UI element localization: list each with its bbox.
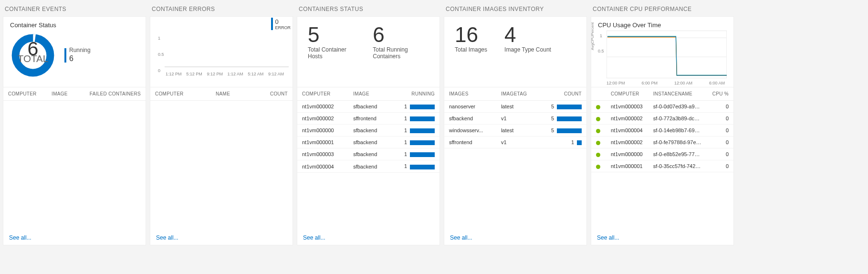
panel-images-inventory: CONTAINER IMAGES INVENTORY 16 Total Imag… bbox=[444, 3, 587, 245]
table-row[interactable]: nt1vm000002sf-0-fe79788d-97e0-...0 bbox=[591, 137, 733, 148]
table-row[interactable]: sfbackendv15 bbox=[444, 113, 586, 125]
col-running[interactable]: RUNNING bbox=[390, 87, 439, 101]
col-count[interactable]: COUNT bbox=[249, 87, 293, 101]
cpu-ylabel: AvgCPUPercent bbox=[590, 22, 595, 50]
status-indicator bbox=[591, 101, 606, 113]
cpu-table: COMPUTER INSTANCENAME CPU % nt1vm000003s… bbox=[591, 87, 733, 172]
kpi-image-types: 4 Image Type Count bbox=[504, 24, 551, 53]
status-dot-icon bbox=[596, 117, 600, 121]
cell-image: sfbackend bbox=[348, 125, 390, 137]
cell-computer: nt1vm000002 bbox=[606, 113, 648, 125]
cell-cpu: 0 bbox=[707, 101, 733, 113]
table-row[interactable]: nt1vm000001sf-0-35cc57fd-7422-...0 bbox=[591, 160, 733, 172]
cell-computer: nt1vm000004 bbox=[297, 160, 348, 172]
table-row[interactable]: windowsserv...latest5 bbox=[444, 125, 586, 137]
status-dot-icon bbox=[596, 141, 600, 145]
status-dot-icon bbox=[596, 153, 600, 157]
kpi-hosts: 5 Total Container Hosts bbox=[308, 24, 356, 60]
col-name[interactable]: NAME bbox=[211, 87, 249, 101]
status-indicator bbox=[591, 113, 606, 125]
cell-images: sffrontend bbox=[444, 137, 496, 148]
table-row[interactable]: nt1vm000002sf-0-772a3b89-dca1-...0 bbox=[591, 113, 733, 125]
cell-computer: nt1vm000002 bbox=[606, 137, 648, 148]
table-row[interactable]: nt1vm000000sf-0-e8b52e95-7719-...0 bbox=[591, 148, 733, 160]
cell-computer: nt1vm000002 bbox=[297, 113, 348, 125]
col-images[interactable]: IMAGES bbox=[444, 87, 496, 101]
panel-header: CONTAINER CPU PERFORMANCE bbox=[591, 3, 734, 16]
col-computer[interactable]: COMPUTER bbox=[606, 87, 648, 101]
see-all-link[interactable]: See all... bbox=[597, 234, 619, 241]
cell-computer: nt1vm000003 bbox=[606, 101, 648, 113]
status-indicator bbox=[591, 160, 606, 172]
cell-count: 5 bbox=[539, 113, 586, 125]
see-all-link[interactable]: See all... bbox=[156, 234, 178, 241]
table-row[interactable]: nt1vm000002sfbackend1 bbox=[297, 101, 439, 113]
cpu-line-chart bbox=[607, 31, 727, 78]
col-computer[interactable]: COMPUTER bbox=[150, 87, 211, 101]
table-row[interactable]: nt1vm000003sf-0-0d07ed39-a9df-...0 bbox=[591, 101, 733, 113]
cell-cpu: 0 bbox=[707, 113, 733, 125]
cell-instance: sf-0-0d07ed39-a9df-... bbox=[648, 101, 707, 113]
cell-image: sfbackend bbox=[348, 148, 390, 160]
cell-tag: v1 bbox=[496, 137, 539, 148]
cell-cpu: 0 bbox=[707, 125, 733, 137]
cell-tag: latest bbox=[496, 125, 539, 137]
table-row[interactable]: nt1vm000004sf-0-14eb98b7-692f-...0 bbox=[591, 125, 733, 137]
col-instance[interactable]: INSTANCENAME bbox=[648, 87, 707, 101]
panel-header: CONTAINER ERRORS bbox=[150, 3, 293, 16]
status-dot-icon bbox=[596, 129, 600, 133]
events-subtitle: Container Status bbox=[10, 21, 139, 29]
see-all-link[interactable]: See all... bbox=[9, 234, 31, 241]
cell-running: 1 bbox=[390, 101, 439, 113]
col-image[interactable]: IMAGE bbox=[348, 87, 390, 101]
legend-value: 6 bbox=[69, 54, 91, 64]
cell-count: 5 bbox=[539, 101, 586, 113]
status-dot-icon bbox=[596, 165, 600, 169]
cell-cpu: 0 bbox=[707, 137, 733, 148]
panel-header: CONTAINER EVENTS bbox=[3, 3, 146, 16]
col-count[interactable]: COUNT bbox=[539, 87, 586, 101]
table-row[interactable]: nt1vm000004sfbackend1 bbox=[297, 160, 439, 172]
cell-running: 1 bbox=[390, 125, 439, 137]
cpu-subtitle: CPU Usage Over Time bbox=[598, 21, 727, 29]
donut-chart: 6 TOTAL bbox=[10, 32, 56, 78]
cell-computer: nt1vm000001 bbox=[297, 137, 348, 148]
table-row[interactable]: nt1vm000003sfbackend1 bbox=[297, 148, 439, 160]
col-image[interactable]: IMAGE bbox=[47, 87, 76, 101]
panel-container-events: CONTAINER EVENTS Container Status 6 TOTA… bbox=[3, 3, 146, 245]
cell-computer: nt1vm000000 bbox=[606, 148, 648, 160]
cell-computer: nt1vm000000 bbox=[297, 125, 348, 137]
col-failed[interactable]: FAILED CONTAINERS bbox=[76, 87, 146, 101]
status-dot-icon bbox=[596, 105, 600, 109]
cell-computer: nt1vm000004 bbox=[606, 125, 648, 137]
panel-containers-status: CONTAINERS STATUS 5 Total Container Host… bbox=[297, 3, 440, 245]
table-row[interactable]: nt1vm000001sfbackend1 bbox=[297, 137, 439, 148]
cell-running: 1 bbox=[390, 113, 439, 125]
cell-images: nanoserver bbox=[444, 101, 496, 113]
see-all-link[interactable]: See all... bbox=[303, 234, 325, 241]
errors-chart: 1 0.5 0 1:12 PM 5:12 PM 9:12 PM 1:12 AM … bbox=[157, 21, 286, 84]
cell-image: sfbackend bbox=[348, 101, 390, 113]
col-computer[interactable]: COMPUTER bbox=[3, 87, 47, 101]
table-row[interactable]: nt1vm000002sffrontend1 bbox=[297, 113, 439, 125]
cell-running: 1 bbox=[390, 148, 439, 160]
cell-count: 1 bbox=[539, 137, 586, 148]
col-cpu[interactable]: CPU % bbox=[707, 87, 733, 101]
table-row[interactable]: sffrontendv11 bbox=[444, 137, 586, 148]
cell-tag: latest bbox=[496, 101, 539, 113]
cell-image: sfbackend bbox=[348, 137, 390, 148]
panel-header: CONTAINERS STATUS bbox=[297, 3, 440, 16]
cell-running: 1 bbox=[390, 160, 439, 172]
table-row[interactable]: nt1vm000000sfbackend1 bbox=[297, 125, 439, 137]
col-computer[interactable]: COMPUTER bbox=[297, 87, 348, 101]
cell-image: sffrontend bbox=[348, 113, 390, 125]
panel-cpu-performance: CONTAINER CPU PERFORMANCE CPU Usage Over… bbox=[591, 3, 734, 245]
errors-table: COMPUTER NAME COUNT bbox=[150, 87, 293, 101]
see-all-link[interactable]: See all... bbox=[450, 234, 472, 241]
cell-images: windowsserv... bbox=[444, 125, 496, 137]
col-imagetag[interactable]: IMAGETAG bbox=[496, 87, 539, 101]
cell-running: 1 bbox=[390, 137, 439, 148]
cell-instance: sf-0-14eb98b7-692f-... bbox=[648, 125, 707, 137]
table-row[interactable]: nanoserverlatest5 bbox=[444, 101, 586, 113]
cell-tag: v1 bbox=[496, 113, 539, 125]
